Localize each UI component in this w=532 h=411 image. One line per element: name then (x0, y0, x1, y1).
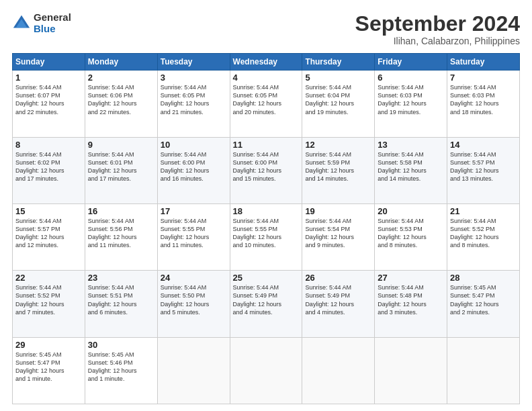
day-number-2-1: 16 (88, 206, 154, 216)
cell-0-4: 5Sunrise: 5:44 AMSunset: 6:04 PMDaylight… (302, 71, 375, 137)
cell-3-1: 23Sunrise: 5:44 AMSunset: 5:51 PMDayligh… (85, 271, 157, 337)
day-number-1-5: 13 (378, 140, 444, 150)
cell-1-4: 12Sunrise: 5:44 AMSunset: 5:59 PMDayligh… (302, 137, 375, 203)
col-friday: Friday (375, 54, 447, 71)
cell-1-3: 11Sunrise: 5:44 AMSunset: 6:00 PMDayligh… (230, 137, 302, 203)
cell-1-2: 10Sunrise: 5:44 AMSunset: 6:00 PMDayligh… (157, 137, 230, 203)
cell-1-0: 8Sunrise: 5:44 AMSunset: 6:02 PMDaylight… (13, 137, 85, 203)
header-row: Sunday Monday Tuesday Wednesday Thursday… (13, 54, 520, 71)
calendar-table: Sunday Monday Tuesday Wednesday Thursday… (12, 53, 520, 404)
cell-text-2-4: Sunrise: 5:44 AMSunset: 5:54 PMDaylight:… (305, 217, 371, 250)
cell-2-5: 20Sunrise: 5:44 AMSunset: 5:53 PMDayligh… (375, 203, 447, 270)
week-row-1: 8Sunrise: 5:44 AMSunset: 6:02 PMDaylight… (13, 137, 520, 203)
day-number-1-6: 14 (450, 140, 517, 150)
cell-text-3-4: Sunrise: 5:44 AMSunset: 5:49 PMDaylight:… (305, 283, 371, 316)
day-number-0-4: 5 (305, 73, 371, 83)
day-number-3-6: 28 (450, 273, 517, 283)
cell-text-2-2: Sunrise: 5:44 AMSunset: 5:55 PMDaylight:… (161, 217, 227, 250)
day-number-0-6: 7 (450, 73, 517, 83)
cell-text-0-1: Sunrise: 5:44 AMSunset: 6:06 PMDaylight:… (88, 83, 154, 116)
day-number-4-1: 30 (88, 340, 154, 350)
cell-4-1: 30Sunrise: 5:45 AMSunset: 5:46 PMDayligh… (85, 337, 157, 404)
cell-text-4-1: Sunrise: 5:45 AMSunset: 5:46 PMDaylight:… (88, 351, 154, 383)
week-row-2: 15Sunrise: 5:44 AMSunset: 5:57 PMDayligh… (13, 203, 520, 270)
logo-blue: Blue (34, 24, 71, 35)
col-monday: Monday (85, 54, 157, 71)
logo-general: General (34, 12, 71, 24)
cell-text-2-5: Sunrise: 5:44 AMSunset: 5:53 PMDaylight:… (378, 217, 444, 250)
day-number-3-5: 27 (378, 273, 444, 283)
day-number-1-2: 10 (161, 140, 227, 150)
cell-4-5 (375, 337, 447, 404)
location: Ilihan, Calabarzon, Philippines (355, 36, 520, 46)
cell-text-3-2: Sunrise: 5:44 AMSunset: 5:50 PMDaylight:… (161, 283, 227, 316)
cell-text-2-3: Sunrise: 5:44 AMSunset: 5:55 PMDaylight:… (233, 217, 300, 250)
day-number-0-3: 4 (233, 73, 300, 83)
cell-text-2-0: Sunrise: 5:44 AMSunset: 5:57 PMDaylight:… (15, 217, 82, 250)
cell-text-2-1: Sunrise: 5:44 AMSunset: 5:56 PMDaylight:… (88, 217, 154, 250)
logo-text: General Blue (34, 12, 71, 34)
day-number-2-5: 20 (378, 206, 444, 216)
cell-text-1-1: Sunrise: 5:44 AMSunset: 6:01 PMDaylight:… (88, 150, 154, 183)
logo-icon (12, 14, 31, 33)
day-number-3-2: 24 (161, 273, 227, 283)
day-number-1-1: 9 (88, 140, 154, 150)
cell-text-2-6: Sunrise: 5:44 AMSunset: 5:52 PMDaylight:… (450, 217, 517, 250)
cell-2-3: 18Sunrise: 5:44 AMSunset: 5:55 PMDayligh… (230, 203, 302, 270)
day-number-2-3: 18 (233, 206, 300, 216)
day-number-0-0: 1 (15, 73, 82, 83)
day-number-1-3: 11 (233, 140, 300, 150)
cell-1-6: 14Sunrise: 5:44 AMSunset: 5:57 PMDayligh… (447, 137, 520, 203)
page: General Blue September 2024 Ilihan, Cala… (0, 0, 532, 411)
cell-0-2: 3Sunrise: 5:44 AMSunset: 6:05 PMDaylight… (157, 71, 230, 137)
cell-text-3-6: Sunrise: 5:45 AMSunset: 5:47 PMDaylight:… (450, 283, 517, 316)
cell-2-0: 15Sunrise: 5:44 AMSunset: 5:57 PMDayligh… (13, 203, 85, 270)
cell-text-1-3: Sunrise: 5:44 AMSunset: 6:00 PMDaylight:… (233, 150, 300, 183)
title-block: September 2024 Ilihan, Calabarzon, Phili… (355, 12, 520, 46)
day-number-1-4: 12 (305, 140, 371, 150)
day-number-3-1: 23 (88, 273, 154, 283)
day-number-1-0: 8 (15, 140, 82, 150)
cell-text-1-0: Sunrise: 5:44 AMSunset: 6:02 PMDaylight:… (15, 150, 82, 183)
day-number-0-5: 6 (378, 73, 444, 83)
cell-text-0-3: Sunrise: 5:44 AMSunset: 6:05 PMDaylight:… (233, 83, 300, 116)
cell-3-5: 27Sunrise: 5:44 AMSunset: 5:48 PMDayligh… (375, 271, 447, 337)
day-number-0-2: 3 (161, 73, 227, 83)
cell-2-6: 21Sunrise: 5:44 AMSunset: 5:52 PMDayligh… (447, 203, 520, 270)
col-thursday: Thursday (302, 54, 375, 71)
week-row-4: 29Sunrise: 5:45 AMSunset: 5:47 PMDayligh… (13, 337, 520, 404)
cell-4-4 (302, 337, 375, 404)
cell-3-3: 25Sunrise: 5:44 AMSunset: 5:49 PMDayligh… (230, 271, 302, 337)
cell-3-2: 24Sunrise: 5:44 AMSunset: 5:50 PMDayligh… (157, 271, 230, 337)
cell-text-3-5: Sunrise: 5:44 AMSunset: 5:48 PMDaylight:… (378, 283, 444, 316)
cell-text-0-6: Sunrise: 5:44 AMSunset: 6:03 PMDaylight:… (450, 83, 517, 116)
cell-text-4-0: Sunrise: 5:45 AMSunset: 5:47 PMDaylight:… (15, 351, 82, 383)
cell-text-3-3: Sunrise: 5:44 AMSunset: 5:49 PMDaylight:… (233, 283, 300, 316)
month-title: September 2024 (355, 12, 520, 36)
day-number-3-3: 25 (233, 273, 300, 283)
cell-1-1: 9Sunrise: 5:44 AMSunset: 6:01 PMDaylight… (85, 137, 157, 203)
cell-text-1-6: Sunrise: 5:44 AMSunset: 5:57 PMDaylight:… (450, 150, 517, 183)
day-number-3-0: 22 (15, 273, 82, 283)
cell-2-1: 16Sunrise: 5:44 AMSunset: 5:56 PMDayligh… (85, 203, 157, 270)
cell-0-0: 1Sunrise: 5:44 AMSunset: 6:07 PMDaylight… (13, 71, 85, 137)
cell-text-1-2: Sunrise: 5:44 AMSunset: 6:00 PMDaylight:… (161, 150, 227, 183)
week-row-0: 1Sunrise: 5:44 AMSunset: 6:07 PMDaylight… (13, 71, 520, 137)
cell-3-4: 26Sunrise: 5:44 AMSunset: 5:49 PMDayligh… (302, 271, 375, 337)
cell-2-2: 17Sunrise: 5:44 AMSunset: 5:55 PMDayligh… (157, 203, 230, 270)
cell-text-1-4: Sunrise: 5:44 AMSunset: 5:59 PMDaylight:… (305, 150, 371, 183)
day-number-2-4: 19 (305, 206, 371, 216)
cell-text-0-0: Sunrise: 5:44 AMSunset: 6:07 PMDaylight:… (15, 83, 82, 116)
day-number-0-1: 2 (88, 73, 154, 83)
cell-1-5: 13Sunrise: 5:44 AMSunset: 5:58 PMDayligh… (375, 137, 447, 203)
col-wednesday: Wednesday (230, 54, 302, 71)
cell-0-5: 6Sunrise: 5:44 AMSunset: 6:03 PMDaylight… (375, 71, 447, 137)
day-number-4-0: 29 (15, 340, 82, 350)
cell-4-3 (230, 337, 302, 404)
cell-text-0-4: Sunrise: 5:44 AMSunset: 6:04 PMDaylight:… (305, 83, 371, 116)
day-number-3-4: 26 (305, 273, 371, 283)
col-sunday: Sunday (13, 54, 85, 71)
day-number-2-6: 21 (450, 206, 517, 216)
week-row-3: 22Sunrise: 5:44 AMSunset: 5:52 PMDayligh… (13, 271, 520, 337)
cell-0-1: 2Sunrise: 5:44 AMSunset: 6:06 PMDaylight… (85, 71, 157, 137)
